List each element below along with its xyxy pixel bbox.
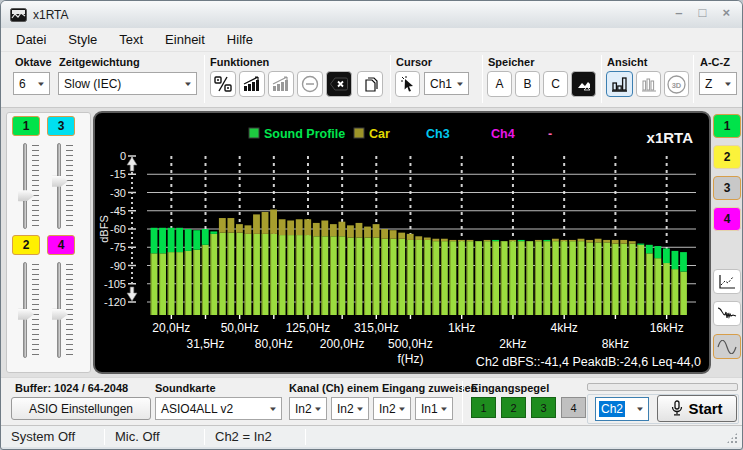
copy-button[interactable] [357, 71, 383, 97]
svg-text:8kHz: 8kHz [602, 337, 629, 351]
fader-ch3[interactable] [51, 143, 77, 229]
chevron-down-icon: ▼ [439, 405, 449, 412]
svg-text:80,0Hz: 80,0Hz [255, 337, 293, 351]
acz-label: A-C-Z [700, 56, 730, 68]
svg-text:dBFS: dBFS [98, 215, 110, 243]
export-image-button[interactable] [571, 71, 596, 97]
kanal-label: Kanal (Ch) einem Eingang zuweisen [289, 382, 477, 394]
ansicht-label: Ansicht [607, 56, 647, 68]
maximize-button[interactable]: □ [699, 5, 707, 21]
line-view-button[interactable] [713, 269, 741, 294]
svg-text:-90: -90 [110, 260, 126, 272]
view-3d-button[interactable]: 3D [664, 71, 689, 97]
view-spectrum-button[interactable] [636, 71, 661, 97]
svg-text:-75: -75 [110, 241, 126, 253]
zeitgewichtung-label: Zeitgewichtung [59, 56, 140, 68]
memory-c-button[interactable]: C [543, 71, 568, 97]
memory-a-button[interactable]: A [487, 71, 512, 97]
ch3-input-select[interactable]: In2▼ [373, 397, 411, 420]
bar-chart-trend-icon [243, 76, 261, 92]
svg-text:Ch3: Ch3 [426, 127, 450, 141]
copy-document-icon [362, 76, 378, 93]
status-separator [305, 429, 306, 445]
bar-chart-gray-icon [272, 76, 290, 92]
svg-text:200,0Hz: 200,0Hz [320, 337, 365, 351]
menu-einheit[interactable]: Einheit [154, 29, 216, 50]
chevron-down-icon: ▼ [455, 80, 465, 87]
signal-generator-button[interactable] [713, 334, 741, 359]
memory-slot-2-button[interactable]: 2 [713, 145, 741, 169]
toolbar-separator [693, 55, 694, 103]
eingangspegel-label: Eingangspegel [471, 382, 549, 394]
start-button[interactable]: Start [657, 395, 737, 422]
chevron-down-icon: ▼ [36, 80, 46, 87]
svg-text:20,0Hz: 20,0Hz [152, 321, 190, 335]
close-button[interactable]: × [722, 5, 730, 21]
fader-ch2[interactable] [17, 262, 43, 358]
svg-text:x1RTA: x1RTA [647, 129, 694, 146]
asio-settings-button[interactable]: ASIO Einstellungen [11, 397, 151, 420]
fader-track [23, 143, 27, 229]
status-mic: Mic. Off [105, 429, 204, 444]
menu-text[interactable]: Text [108, 29, 154, 50]
svg-text:-120: -120 [104, 296, 126, 308]
menu-style[interactable]: Style [57, 29, 108, 50]
fader-panel: 1 3 2 4 [6, 112, 91, 373]
decay-view-button[interactable] [713, 301, 741, 326]
zeitgewichtung-select[interactable]: Slow (IEC)▼ [58, 72, 197, 95]
resize-grip[interactable] [726, 432, 738, 444]
ch1-input-select[interactable]: In2▼ [289, 397, 327, 420]
oktave-select[interactable]: 6▼ [13, 72, 50, 95]
bar-average-button[interactable] [239, 71, 265, 97]
decay-curve-icon [717, 306, 737, 322]
channel-1-fader-button[interactable]: 1 [12, 116, 40, 136]
app-window: x1RTA – □ × Datei Style Text Einheit Hil… [0, 0, 743, 450]
clear-button[interactable] [326, 71, 352, 97]
minus-circle-button[interactable] [297, 71, 323, 97]
soundcard-select[interactable]: ASIO4ALL v2▼ [155, 397, 282, 420]
svg-text:Ch2 dBFS::-41,4 PeakdB:-24,6 L: Ch2 dBFS::-41,4 PeakdB:-24,6 Leq-44,0 [476, 355, 701, 369]
ch2-input-select[interactable]: In2▼ [331, 397, 369, 420]
channel-3-fader-button[interactable]: 3 [47, 116, 75, 136]
svg-text:125,0Hz: 125,0Hz [286, 321, 331, 335]
svg-text:0: 0 [120, 150, 126, 162]
record-channel-select[interactable]: Ch2▼ [595, 397, 649, 421]
memory-slot-3-button[interactable]: 3 [713, 176, 741, 200]
ch4-input-select[interactable]: In1▼ [415, 397, 453, 420]
fader-ch4[interactable] [51, 262, 77, 358]
chevron-down-icon: ▼ [397, 405, 407, 412]
rta-chart-panel[interactable]: 0-15-30-45-60-75-90-105-120dBFS20,0Hz50,… [93, 111, 711, 374]
fader-ticks [32, 145, 39, 227]
fader-ch1[interactable] [17, 143, 43, 229]
percent-dice-button[interactable] [210, 71, 236, 97]
view-bars-button[interactable] [606, 71, 633, 97]
rta-chart[interactable]: 0-15-30-45-60-75-90-105-120dBFS20,0Hz50,… [95, 113, 711, 374]
menu-hilfe[interactable]: Hilfe [216, 29, 264, 50]
channel-4-fader-button[interactable]: 4 [47, 235, 75, 255]
svg-text:-45: -45 [110, 205, 126, 217]
cursor-button[interactable] [395, 71, 420, 97]
channel-2-fader-button[interactable]: 2 [12, 235, 40, 255]
svg-text:16kHz: 16kHz [650, 321, 684, 335]
speicher-label: Speicher [488, 56, 534, 68]
svg-text:Ch4: Ch4 [491, 127, 515, 141]
toolbar-separator [482, 55, 483, 103]
weighting-select[interactable]: Z▼ [699, 72, 737, 95]
fader-ticks [32, 264, 39, 356]
window-title: x1RTA [33, 8, 69, 22]
svg-text:-: - [548, 127, 552, 141]
memory-slot-4-button[interactable]: 4 [713, 207, 741, 231]
title-bar[interactable]: x1RTA – □ × [1, 1, 742, 28]
input-level-2: 2 [501, 397, 526, 418]
svg-text:500,0Hz: 500,0Hz [388, 337, 433, 351]
memory-b-button[interactable]: B [515, 71, 540, 97]
cursor-channel-select[interactable]: Ch1▼ [424, 72, 469, 95]
input-level-1: 1 [471, 397, 496, 418]
minimize-button[interactable]: – [675, 5, 682, 21]
chevron-down-icon: ▼ [355, 405, 365, 412]
bar-view-icon [611, 76, 628, 92]
bar-average-gray-button[interactable] [268, 71, 294, 97]
memory-slot-1-button[interactable]: 1 [713, 114, 741, 138]
input-level-4: 4 [561, 397, 586, 418]
menu-datei[interactable]: Datei [5, 29, 57, 50]
